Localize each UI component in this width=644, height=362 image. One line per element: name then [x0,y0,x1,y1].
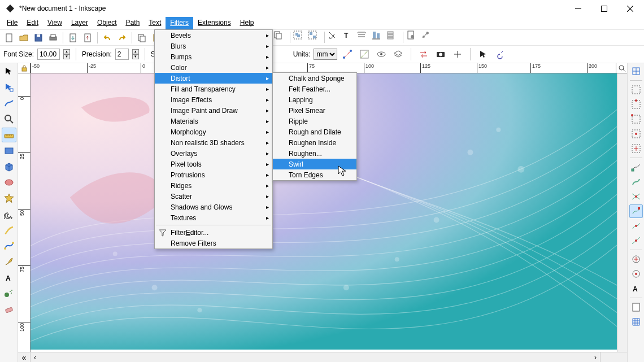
filters-menu-bumps[interactable]: Bumps▸ [155,51,272,62]
menu-view[interactable]: View [43,17,67,29]
minimize-button[interactable] [565,0,591,17]
snap-node-icon[interactable] [629,160,643,174]
bezier-tool-icon[interactable] [2,238,16,253]
selector-tool-icon[interactable] [2,64,16,79]
filters-menu-filter-editor[interactable]: Filter Editor... [155,227,272,238]
group-sel-icon[interactable] [293,30,307,44]
filters-menu-protrusions[interactable]: Protrusions▸ [155,169,272,180]
palette-scroll-icon[interactable]: « [18,352,31,362]
precision-input[interactable] [115,49,129,60]
filters-menu-blurs[interactable]: Blurs▸ [155,41,272,51]
rect-tool-icon[interactable] [2,143,16,158]
pointer-icon[interactable] [476,47,490,61]
spiral-option-icon[interactable] [493,47,507,61]
save-icon[interactable] [32,31,45,45]
menu-file[interactable]: File [2,17,22,29]
measure-eye-icon[interactable] [375,47,388,61]
distort-menu-swirl[interactable]: Swirl [273,159,356,169]
fontsize-spinner[interactable]: ▲▼ [63,49,70,59]
close-button[interactable] [617,0,643,17]
prefs-icon[interactable] [421,30,434,44]
star-tool-icon[interactable] [2,191,16,206]
filters-menu-fill-and-transparency[interactable]: Fill and Transparency▸ [155,84,272,94]
distort-menu-chalk-and-sponge[interactable]: Chalk and Sponge [273,73,356,84]
zoom-tool-icon[interactable] [2,112,16,127]
layers-dialog-icon[interactable] [386,30,400,44]
filters-menu-image-effects[interactable]: Image Effects▸ [155,94,272,105]
distort-menu-ripple[interactable]: Ripple [273,116,356,127]
filters-menu-scatter[interactable]: Scatter▸ [155,191,272,202]
snap-bbox-edge-icon[interactable] [629,98,643,111]
distort-menu-rough-and-dilate[interactable]: Rough and Dilate [273,127,356,137]
tweak-tool-icon[interactable] [2,96,16,111]
precision-spinner[interactable]: ▲▼ [132,49,139,59]
text-dialog-icon[interactable]: T [342,30,356,44]
menu-layer[interactable]: Layer [67,17,93,29]
measure-tool-icon[interactable] [2,128,16,142]
xml-icon[interactable] [357,30,371,44]
snap-grid-icon[interactable] [629,315,643,329]
distort-menu-lapping[interactable]: Lapping [273,94,356,105]
menu-edit[interactable]: Edit [22,17,43,29]
menu-object[interactable]: Object [93,17,121,29]
vertical-scrollbar[interactable] [617,73,627,352]
snap-enable-icon[interactable] [629,64,643,78]
filters-menu-materials[interactable]: Materials▸ [155,116,272,127]
snap-rotation-icon[interactable] [629,267,643,281]
capture-icon[interactable] [434,47,447,61]
menu-path[interactable]: Path [121,17,145,29]
filters-menu-pixel-tools[interactable]: Pixel tools▸ [155,159,272,169]
measure-angle-icon[interactable] [358,47,371,61]
snap-bbox-midedge-icon[interactable] [629,127,643,141]
snap-bbox-icon[interactable] [629,83,643,97]
snap-smooth-icon[interactable] [629,219,643,233]
marker-icon[interactable] [451,47,464,61]
export-icon[interactable] [81,31,94,45]
measure-between-icon[interactable] [341,47,354,61]
filters-menu-shadows-and-glows[interactable]: Shadows and Glows▸ [155,202,272,212]
ellipse-tool-icon[interactable] [2,175,16,190]
snap-cusp-icon[interactable] [629,204,643,218]
distort-menu-pixel-smear[interactable]: Pixel Smear [273,105,356,116]
import-icon[interactable] [66,31,80,45]
snap-intersection-icon[interactable] [629,190,643,203]
print-icon[interactable] [46,31,60,45]
menu-text[interactable]: Text [144,17,166,29]
pencil-tool-icon[interactable] [2,223,16,237]
new-doc-icon[interactable] [2,31,16,45]
box3d-tool-icon[interactable] [2,159,16,174]
snap-page-icon[interactable] [629,300,643,314]
filters-menu-remove-filters[interactable]: Remove Filters [155,238,272,248]
ungroup-sel-icon[interactable] [308,30,321,44]
filters-menu-image-paint-and-draw[interactable]: Image Paint and Draw▸ [155,105,272,116]
snap-text-icon[interactable]: A [629,282,643,295]
distort-menu-torn-edges[interactable]: Torn Edges [273,169,356,180]
snap-bbox-center-icon[interactable] [629,142,643,155]
units-select[interactable]: mm [314,49,337,60]
calligraphy-tool-icon[interactable] [2,254,16,269]
zoom-fit-icon[interactable] [616,63,627,73]
filters-menu-distort[interactable]: Distort▸ [155,73,272,84]
filters-menu-bevels[interactable]: Bevels▸ [155,30,272,41]
eraser-tool-icon[interactable] [2,302,16,316]
filters-menu-color[interactable]: Color▸ [155,62,272,73]
filters-menu-ridges[interactable]: Ridges▸ [155,180,272,191]
fontsize-input[interactable] [37,49,60,60]
fill-stroke-icon[interactable] [328,30,341,44]
distort-menu-felt-feather-[interactable]: Felt Feather... [273,84,356,94]
spiral-tool-icon[interactable] [2,207,16,221]
snap-bbox-corner-icon[interactable] [629,112,643,126]
snap-midpoint-icon[interactable] [629,234,643,247]
filters-menu-textures[interactable]: Textures▸ [155,212,272,223]
filters-menu-overlays[interactable]: Overlays▸ [155,148,272,159]
measure-layers-icon[interactable] [391,47,405,61]
node-tool-icon[interactable] [2,80,16,95]
menu-filters[interactable]: Filters [166,17,193,29]
distort-menu-roughen-[interactable]: Roughen... [273,148,356,159]
filters-menu-non-realistic-3d-shaders[interactable]: Non realistic 3D shaders▸ [155,137,272,148]
spray-tool-icon[interactable] [2,286,16,300]
filters-menu-morphology[interactable]: Morphology▸ [155,127,272,137]
menu-extensions[interactable]: Extensions [193,17,236,29]
open-icon[interactable] [17,31,31,45]
menu-help[interactable]: Help [236,17,259,29]
